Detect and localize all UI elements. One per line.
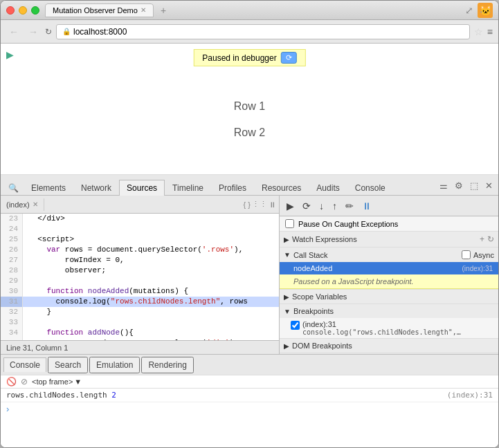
watch-add-icon[interactable]: +	[480, 234, 484, 244]
debug-deactivate-btn[interactable]: ✏	[343, 199, 356, 213]
console-toolbar-row: 🚫 ⊘ <top frame> ▼	[1, 375, 498, 389]
code-line-23: 23 </div>	[1, 214, 279, 224]
breakpoints-header[interactable]: ▼ Breakpoints	[280, 304, 498, 318]
devtools-icon-dock[interactable]: ⬚	[467, 179, 481, 192]
breakpoints-title: Breakpoints	[293, 307, 334, 315]
watch-expand-icon: ▶	[284, 236, 289, 243]
play-icon: ▶	[6, 49, 14, 60]
scope-variables-section: ▶ Scope Variables	[280, 290, 498, 304]
tab-elements[interactable]: Elements	[24, 180, 73, 196]
console-tab-emulation[interactable]: Emulation	[89, 357, 140, 373]
console-tab-rendering[interactable]: Rendering	[141, 357, 193, 373]
console-tab-console[interactable]: Console	[3, 357, 46, 372]
call-stack-loc: (index):31	[462, 265, 493, 272]
debug-banner-text: Paused in debugger	[202, 53, 276, 63]
tab-console[interactable]: Console	[347, 180, 393, 196]
source-status-text: Line 31, Column 1	[6, 344, 68, 352]
console-output-value: rows.childNodes.length 2	[6, 391, 116, 400]
maximize-button[interactable]	[31, 6, 39, 15]
bookmark-button[interactable]: ☆	[474, 26, 483, 37]
tab-audits[interactable]: Audits	[309, 180, 347, 196]
close-button[interactable]	[6, 6, 15, 15]
code-line-34: 34 function addNode(){	[1, 328, 279, 338]
watch-section-icons: + ↻	[480, 234, 494, 244]
devtools-search-icon[interactable]: 🔍	[3, 180, 24, 196]
address-bar: ← → ↻ 🔒 localhost:8000 ☆ ≡	[1, 20, 498, 44]
source-tab-index[interactable]: (index) ✕	[1, 198, 44, 211]
console-tab-search[interactable]: Search	[48, 357, 88, 373]
browser-tab-bar: Mutation Observer Demo ✕ +	[45, 3, 465, 17]
browser-tab[interactable]: Mutation Observer Demo ✕	[45, 3, 154, 17]
source-lines-btn[interactable]: ⋮⋮	[252, 200, 267, 209]
page-row-2: Row 2	[234, 127, 265, 139]
devtools-icon-close[interactable]: ✕	[482, 179, 496, 192]
url-bar[interactable]: 🔒 localhost:8000	[56, 24, 470, 39]
devtools-icon-settings[interactable]: ⚙	[452, 179, 466, 192]
cat-icon: 🐱	[478, 3, 493, 18]
call-stack-section: ▼ Call Stack Async nodeAdded (index):31 …	[280, 248, 498, 290]
code-line-28: 28 observer;	[1, 265, 279, 276]
devtools-toolbar-icons: ⚌ ⚙ ⬚ ✕	[437, 179, 496, 195]
debug-resume-btn[interactable]: ▶	[284, 199, 297, 213]
forward-button[interactable]: →	[26, 25, 41, 39]
tab-profiles[interactable]: Profiles	[211, 180, 254, 196]
code-line-32: 32 }	[1, 307, 279, 317]
refresh-button[interactable]: ↻	[45, 27, 52, 37]
debugger-content: Pause On Caught Exceptions ▶ Watch Expre…	[280, 216, 498, 354]
debug-step-into-btn[interactable]: ↓	[316, 199, 327, 213]
url-lock-icon: 🔒	[62, 28, 71, 35]
code-line-27: 27 rowIndex = 0,	[1, 255, 279, 265]
tab-close-button[interactable]: ✕	[140, 6, 146, 14]
back-button[interactable]: ←	[6, 25, 21, 39]
menu-button[interactable]: ≡	[487, 26, 493, 37]
minimize-button[interactable]	[19, 6, 27, 15]
source-tab-bar: (index) ✕ { } ⋮⋮ ⏸	[1, 196, 279, 214]
source-tab-close[interactable]: ✕	[33, 200, 38, 208]
tab-resources[interactable]: Resources	[254, 180, 309, 196]
call-stack-header[interactable]: ▼ Call Stack Async	[280, 248, 498, 262]
async-checkbox[interactable]	[462, 250, 471, 259]
console-input-row: ›	[1, 402, 498, 416]
source-pause-btn[interactable]: ⏸	[269, 200, 276, 209]
code-line-26: 26 var rows = document.querySelector('.r…	[1, 245, 279, 255]
code-line-24: 24	[1, 224, 279, 234]
source-panel: (index) ✕ { } ⋮⋮ ⏸ 23 </div>	[1, 196, 280, 354]
breakpoint-code: console.log("rows.childNodes.length", r.…	[302, 328, 462, 336]
console-frame-text: <top frame>	[32, 377, 73, 386]
tab-title: Mutation Observer Demo	[53, 6, 138, 15]
code-area[interactable]: 23 </div> 24 25 <script> 26 var rows = d…	[1, 214, 279, 340]
console-input[interactable]	[12, 404, 493, 413]
scope-variables-title: Scope Variables	[292, 292, 347, 301]
tab-network[interactable]: Network	[73, 180, 119, 196]
devtools-icon-list[interactable]: ⚌	[437, 179, 451, 192]
code-line-29: 29	[1, 276, 279, 286]
breakpoint-checkbox[interactable]	[291, 321, 300, 330]
console-clear-icon[interactable]: 🚫	[6, 377, 17, 386]
source-format-btn[interactable]: { }	[244, 200, 251, 209]
console-area: 🚫 ⊘ <top frame> ▼ rows.childNodes.length…	[1, 375, 498, 447]
pause-on-caught-checkbox[interactable]	[285, 219, 294, 228]
tab-sources[interactable]: Sources	[119, 180, 165, 196]
debug-pause-btn[interactable]: ⏸	[359, 199, 374, 213]
debug-step-over-btn[interactable]: ⟳	[300, 199, 314, 213]
debug-resume-button[interactable]: ⟳	[281, 52, 297, 64]
console-filter-icon[interactable]: ⊘	[21, 377, 28, 386]
breakpoint-title: (index):31	[302, 320, 462, 328]
watch-expressions-header[interactable]: ▶ Watch Expressions + ↻	[280, 232, 498, 247]
resize-icon[interactable]: ⤢	[465, 5, 473, 16]
page-row-1: Row 1	[234, 100, 265, 113]
source-tab-label: (index)	[6, 200, 30, 209]
callstack-expand-icon: ▼	[284, 251, 291, 259]
new-tab-button[interactable]: +	[156, 3, 170, 17]
watch-refresh-icon[interactable]: ↻	[487, 234, 494, 244]
breakpoints-expand-icon: ▼	[284, 308, 291, 315]
call-stack-item-nodeadded[interactable]: nodeAdded (index):31	[280, 262, 498, 274]
dom-breakpoints-section[interactable]: ▶ DOM Breakpoints	[280, 339, 498, 353]
console-frame-arrow: ▼	[74, 377, 82, 386]
debug-step-out-btn[interactable]: ↑	[329, 199, 340, 213]
pause-on-caught-row: Pause On Caught Exceptions	[280, 216, 498, 232]
scope-variables-header[interactable]: ▶ Scope Variables	[280, 290, 498, 304]
console-frame-selector[interactable]: <top frame> ▼	[32, 377, 82, 386]
async-label: Async	[473, 251, 494, 259]
tab-timeline[interactable]: Timeline	[165, 180, 211, 196]
